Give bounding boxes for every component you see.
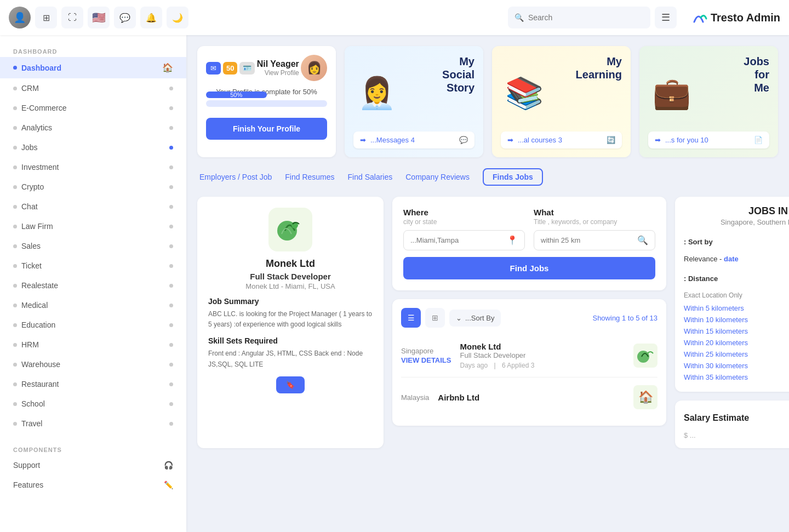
- user-avatar[interactable]: 👤: [9, 7, 31, 28]
- dot-icon: [169, 382, 173, 386]
- grid-icon-btn[interactable]: ⊞: [35, 7, 57, 28]
- finish-profile-button[interactable]: Finish Your Profile: [206, 118, 327, 140]
- progress-bar-wrap: 50%: [206, 100, 327, 107]
- search-bar: 🔍: [508, 7, 650, 28]
- sidebar-item-investment[interactable]: Investment: [0, 157, 186, 177]
- job-company-name: Monek Ltd: [208, 258, 373, 270]
- company-reviews-link[interactable]: Company Reviews: [405, 173, 470, 181]
- what-sublabel: Title , keywords, or company: [534, 218, 655, 226]
- job-entry-location: Singapore VIEW DETAILS: [401, 347, 451, 365]
- job-title: Full Stack Developer: [208, 272, 373, 281]
- social-story-link[interactable]: ➡ ...Messages 4 💬: [353, 131, 474, 148]
- where-label: Where: [403, 208, 525, 217]
- grid-view-button[interactable]: ⊞: [425, 308, 445, 328]
- sidebar-item-restaurant[interactable]: Restaurant: [0, 374, 186, 394]
- job-location: Monek Ltd - Miami, FL, USA: [208, 282, 373, 290]
- progress-bar: 50%: [206, 91, 267, 98]
- sidebar-item-sales[interactable]: Sales: [0, 236, 186, 256]
- brand-logo-icon: [690, 9, 707, 26]
- sidebar-item-crypto[interactable]: Crypto: [0, 177, 186, 197]
- what-input[interactable]: [541, 236, 633, 244]
- jobs-for-me-link[interactable]: ➡ ...s for you 10 📄: [648, 131, 769, 148]
- sort-by-button[interactable]: ⌄ ...Sort By: [449, 310, 501, 327]
- dot-icon: [169, 165, 173, 169]
- sidebar-item-dashboard[interactable]: Dashboard 🏠: [0, 57, 186, 78]
- expand-icon-btn[interactable]: ⛶: [61, 7, 83, 28]
- mail-badge: ✉: [206, 62, 221, 75]
- tag-button[interactable]: 🔖: [276, 376, 305, 393]
- support-icon: 🎧: [164, 461, 173, 470]
- sidebar-item-medical[interactable]: Medical: [0, 295, 186, 315]
- dot-icon: [169, 402, 173, 406]
- sidebar-item-lawfirm[interactable]: Law Firm: [0, 216, 186, 236]
- sidebar-item-travel[interactable]: Travel: [0, 414, 186, 433]
- dot-icon: [169, 244, 173, 248]
- find-resumes-link[interactable]: Find Resumes: [285, 173, 334, 181]
- distance-option[interactable]: Within 15 kilometers: [684, 325, 789, 337]
- sidebar-item-crm[interactable]: CRM: [0, 78, 186, 98]
- progress-badge: 50: [223, 62, 237, 75]
- where-input[interactable]: [410, 236, 502, 244]
- view-profile-link[interactable]: View Profile: [257, 69, 299, 77]
- sidebar-item-school[interactable]: School: [0, 394, 186, 414]
- svg-point-2: [637, 351, 649, 363]
- job-detail-card: Monek Ltd Full Stack Developer Monek Ltd…: [197, 197, 384, 448]
- sort-by-label: : Sort by: [684, 238, 713, 246]
- sidebar-item-realestate[interactable]: Realestate: [0, 276, 186, 295]
- dot-icon: [169, 205, 173, 209]
- jobs-in-card: JOBS IN Singapore, Southern Malaysia : S…: [675, 197, 789, 392]
- sidebar-section-dashboard: DASHBOARD: [0, 44, 186, 57]
- finds-jobs-link[interactable]: Finds Jobs: [483, 168, 543, 186]
- dot-icon: [13, 363, 17, 367]
- job-list-card: ☰ ⊞ ⌄ ...Sort By Showing 1 to 5 of 13 Si…: [392, 299, 666, 426]
- dot-icon: [169, 264, 173, 268]
- view-details-button[interactable]: VIEW DETAILS: [401, 356, 451, 364]
- list-view-button[interactable]: ☰: [401, 308, 421, 328]
- sidebar-item-warehouse[interactable]: Warehouse: [0, 354, 186, 374]
- edit-icon: ✏️: [164, 480, 173, 489]
- distance-option[interactable]: Within 10 kilometers: [684, 314, 789, 325]
- sidebar-item-jobs[interactable]: Jobs: [0, 138, 186, 157]
- sidebar-item-support[interactable]: Support 🎧: [0, 455, 186, 475]
- social-illustration: 👩‍💼: [358, 75, 396, 111]
- search-input[interactable]: [528, 13, 644, 22]
- jobs-for-me-card: 💼 Jobs for Me ➡ ...s for you 10 📄: [639, 46, 778, 157]
- moon-icon-btn[interactable]: 🌙: [167, 7, 188, 28]
- sidebar-item-chat[interactable]: Chat: [0, 197, 186, 216]
- job-list-toolbar: ☰ ⊞ ⌄ ...Sort By Showing 1 to 5 of 13: [401, 308, 658, 328]
- sidebar-item-ticket[interactable]: Ticket: [0, 256, 186, 276]
- dot-icon: [13, 382, 17, 386]
- bell-icon-btn[interactable]: 🔔: [140, 7, 162, 28]
- card-badge: 🪪: [239, 62, 255, 75]
- nav-links-row: Employers / Post Job Find Resumes Find S…: [197, 168, 778, 186]
- distance-option[interactable]: Within 20 kilometers: [684, 337, 789, 348]
- where-col: Where city or state 📍: [403, 208, 525, 250]
- employers-link[interactable]: Employers / Post Job: [199, 173, 272, 181]
- learning-link[interactable]: ➡ ...al courses 3 🔄: [501, 131, 622, 148]
- dot-icon: [13, 146, 17, 150]
- sidebar-item-analytics[interactable]: Analytics: [0, 118, 186, 138]
- find-jobs-button[interactable]: Find Jobs: [403, 257, 655, 279]
- dot-icon: [13, 126, 17, 130]
- job-summary-title: Job Summary: [208, 297, 373, 306]
- hamburger-menu-btn[interactable]: ☰: [655, 7, 677, 28]
- profile-card: ✉ 50 🪪 Nil Yeager View Profile 👩 Your Pr…: [197, 46, 336, 157]
- dot-icon: [13, 165, 17, 169]
- showing-count: Showing 1 to 5 of 13: [592, 314, 658, 322]
- distance-option[interactable]: Within 25 kilometers: [684, 348, 789, 360]
- sidebar-item-hrm[interactable]: HRM: [0, 335, 186, 354]
- flag-icon-btn[interactable]: 🇺🇸: [88, 7, 110, 28]
- where-sublabel: city or state: [403, 218, 525, 226]
- learning-illustration: 📚: [505, 75, 544, 111]
- distance-option[interactable]: Within 5 kilometers: [684, 302, 789, 314]
- chat-icon-btn[interactable]: 💬: [114, 7, 136, 28]
- main-content: ✉ 50 🪪 Nil Yeager View Profile 👩 Your Pr…: [186, 35, 789, 532]
- find-salaries-link[interactable]: Find Salaries: [348, 173, 393, 181]
- sidebar-item-education[interactable]: Education: [0, 315, 186, 335]
- sidebar-item-ecommerce[interactable]: E-Commerce: [0, 98, 186, 118]
- dot-icon: [169, 87, 173, 90]
- distance-option[interactable]: Within 35 kilometers: [684, 371, 789, 383]
- dot-icon: [13, 284, 17, 288]
- distance-option[interactable]: Within 30 kilometers: [684, 360, 789, 371]
- sidebar-item-features[interactable]: Features ✏️: [0, 475, 186, 495]
